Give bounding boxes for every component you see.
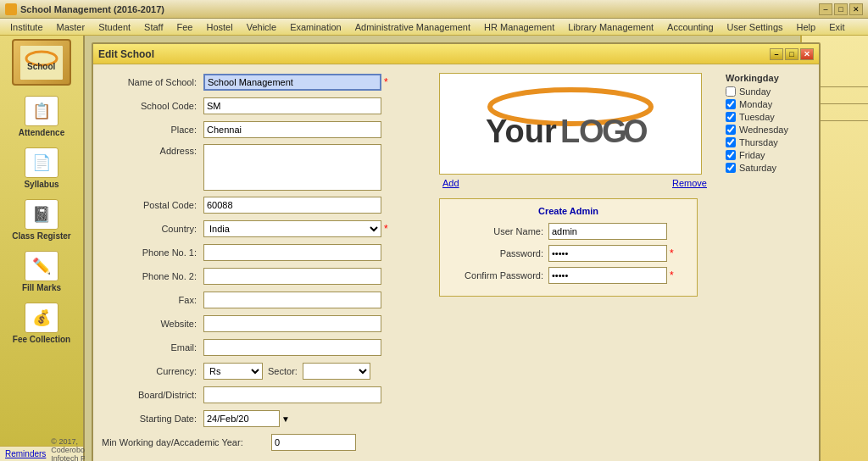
- reminders-link[interactable]: Reminders: [5, 449, 46, 458]
- menu-accounting[interactable]: Accounting: [660, 19, 720, 35]
- monday-checkbox[interactable]: [726, 99, 736, 109]
- password-input[interactable]: [548, 245, 667, 262]
- dialog-minimize-button[interactable]: –: [770, 48, 783, 60]
- postal-code-input[interactable]: [203, 197, 381, 214]
- monday-row: Monday: [726, 99, 810, 109]
- logo-actions: Add Remove: [439, 178, 710, 188]
- remove-logo-link[interactable]: Remove: [672, 178, 707, 188]
- website-label: Website:: [102, 319, 203, 329]
- dialog-close-button[interactable]: ✕: [800, 48, 814, 60]
- content-area: 5 6 7 Edit School – □ ✕ Name of School:: [85, 36, 868, 461]
- fill-marks-label: Fill Marks: [22, 283, 61, 292]
- menu-library-mgmt[interactable]: Library Management: [561, 19, 660, 35]
- friday-checkbox[interactable]: [726, 150, 736, 160]
- fax-input[interactable]: [203, 292, 381, 308]
- menu-exit[interactable]: Exit: [822, 19, 851, 35]
- class-register-label: Class Register: [12, 231, 70, 241]
- sidebar-item-fee-collection[interactable]: 💰 Fee Collection: [8, 299, 75, 347]
- country-select[interactable]: India USA UK: [203, 220, 381, 237]
- phone1-label: Phone No. 1:: [102, 247, 203, 258]
- country-label: Country:: [102, 224, 203, 234]
- admin-title: Create Admin: [447, 206, 690, 216]
- min-working-input[interactable]: [271, 434, 356, 451]
- menu-master[interactable]: Master: [50, 19, 92, 35]
- sidebar-item-fill-marks[interactable]: ✏️ Fill Marks: [8, 247, 75, 296]
- confirm-password-row: Confirm Password: *: [447, 267, 690, 284]
- fill-marks-icon: ✏️: [25, 251, 58, 281]
- tuesday-label: Tuesday: [739, 112, 775, 122]
- phone1-input[interactable]: [203, 244, 381, 261]
- sector-label: Sector:: [268, 366, 298, 376]
- dialog-maximize-button[interactable]: □: [785, 48, 798, 60]
- logo-panel: Your L O G O Add Remove: [439, 73, 710, 297]
- menu-admin-mgmt[interactable]: Administrative Management: [348, 19, 477, 35]
- top-right: Your L O G O Add Remove: [439, 73, 810, 297]
- name-required-star: *: [384, 76, 388, 88]
- svg-text:L: L: [560, 114, 580, 149]
- sidebar-item-class-register[interactable]: 📓 Class Register: [8, 196, 75, 244]
- menu-hr-mgmt[interactable]: HR Management: [477, 19, 561, 35]
- maximize-button[interactable]: □: [834, 3, 848, 15]
- dialog-body: Name of School: * School Code: Place: Ad…: [93, 64, 819, 461]
- sector-select[interactable]: Public Private: [303, 363, 370, 380]
- fee-collection-label: Fee Collection: [13, 335, 70, 344]
- postal-code-label: Postal Code:: [102, 200, 203, 210]
- workingday-title: Workingday: [726, 73, 810, 83]
- username-input[interactable]: [548, 223, 667, 240]
- menu-user-settings[interactable]: User Settings: [721, 19, 790, 35]
- school-code-label: School Code:: [102, 101, 203, 111]
- school-code-input[interactable]: [203, 97, 381, 114]
- sunday-checkbox[interactable]: [726, 86, 736, 97]
- sidebar-item-attendence[interactable]: 📋 Attendence: [8, 92, 75, 141]
- sunday-row: Sunday: [726, 86, 810, 97]
- name-of-school-row: Name of School: *: [102, 73, 431, 92]
- form-left: Name of School: * School Code: Place: Ad…: [102, 73, 431, 457]
- sidebar-logo-inner: School: [20, 46, 63, 80]
- starting-date-row: Starting Date: ▼: [102, 409, 431, 428]
- website-input[interactable]: [203, 315, 381, 332]
- phone2-input[interactable]: [203, 268, 381, 285]
- menu-institute[interactable]: Institute: [3, 19, 50, 35]
- menu-vehicle[interactable]: Vehicle: [240, 19, 283, 35]
- syllabus-icon: 📄: [25, 147, 58, 178]
- tuesday-checkbox[interactable]: [726, 112, 736, 122]
- workingday-section: Workingday Sunday Monday T: [726, 73, 810, 297]
- confirm-password-input[interactable]: [548, 267, 667, 284]
- place-input[interactable]: [203, 121, 381, 138]
- name-of-school-input[interactable]: [203, 74, 381, 91]
- address-input[interactable]: [203, 144, 381, 191]
- thursday-checkbox[interactable]: [726, 137, 736, 147]
- menu-student[interactable]: Student: [92, 19, 137, 35]
- currency-select[interactable]: Rs USD EUR: [203, 363, 263, 380]
- sidebar-item-syllabus[interactable]: 📄 Syllabus: [8, 144, 75, 192]
- menu-bar: Institute Master Student Staff Fee Hoste…: [0, 19, 868, 36]
- wednesday-checkbox[interactable]: [726, 125, 736, 135]
- country-row: Country: India USA UK *: [102, 219, 431, 238]
- menu-hostel[interactable]: Hostel: [199, 19, 239, 35]
- friday-row: Friday: [726, 150, 810, 160]
- min-working-row: Min Working day/Accademic Year:: [102, 433, 431, 452]
- saturday-checkbox[interactable]: [726, 163, 736, 173]
- wednesday-label: Wednesday: [739, 125, 788, 135]
- starting-date-input[interactable]: [203, 410, 280, 427]
- app-icon: [5, 3, 17, 15]
- name-of-school-label: Name of School:: [102, 77, 203, 87]
- menu-staff[interactable]: Staff: [137, 19, 170, 35]
- menu-fee[interactable]: Fee: [170, 19, 200, 35]
- school-code-row: School Code:: [102, 97, 431, 115]
- add-logo-link[interactable]: Add: [442, 178, 459, 188]
- main-layout: School 📋 Attendence 📄 Syllabus 📓 Class R…: [0, 36, 868, 461]
- right-panel: Your L O G O Add Remove: [439, 73, 810, 457]
- address-label: Address:: [102, 144, 203, 156]
- currency-sector-group: Rs USD EUR Sector: Public Private: [203, 363, 370, 380]
- menu-help[interactable]: Help: [790, 19, 823, 35]
- starting-date-dropdown-icon[interactable]: ▼: [281, 414, 290, 424]
- email-input[interactable]: [203, 339, 381, 356]
- thursday-row: Thursday: [726, 137, 810, 147]
- friday-label: Friday: [739, 150, 765, 160]
- minimize-button[interactable]: –: [819, 3, 832, 15]
- close-button[interactable]: ✕: [849, 3, 863, 15]
- board-input[interactable]: [203, 386, 381, 403]
- menu-examination[interactable]: Examination: [283, 19, 348, 35]
- username-label: User Name:: [447, 226, 548, 236]
